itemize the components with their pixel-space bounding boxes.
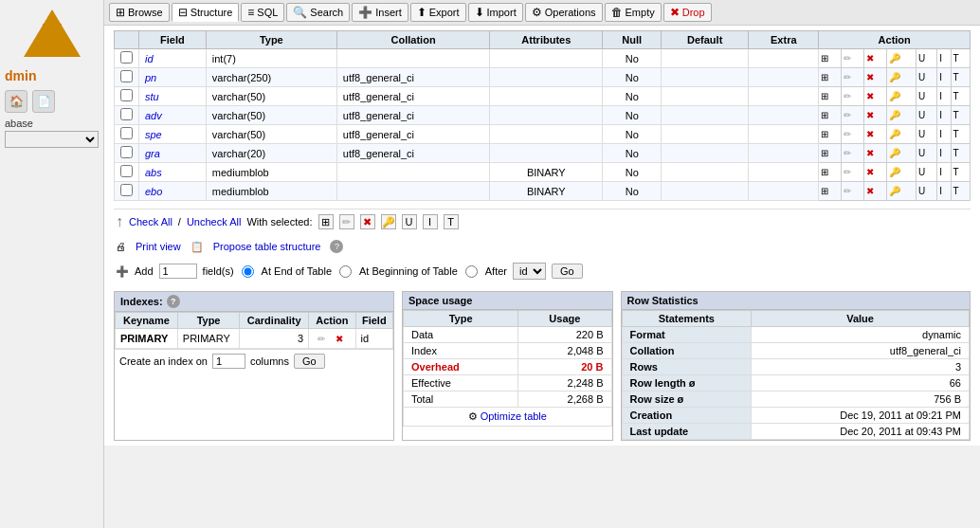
field-action-index-5[interactable]: I (937, 144, 951, 163)
field-action-edit-2[interactable]: ✏ (842, 87, 864, 106)
idx-delete-icon[interactable]: ✖ (332, 331, 347, 346)
idx-edit-icon[interactable]: ✏ (314, 331, 329, 346)
row-checkbox-5[interactable] (120, 146, 133, 158)
after-radio[interactable] (465, 265, 478, 278)
field-action-browse-6[interactable]: ⊞ (819, 163, 842, 182)
field-action-more-4[interactable]: T (951, 125, 970, 144)
row-checkbox-4[interactable] (120, 127, 133, 139)
index-selected-icon[interactable]: I (423, 214, 438, 229)
field-action-index-3[interactable]: I (937, 106, 951, 125)
field-action-primary-2[interactable]: 🔑 (886, 87, 916, 106)
field-action-browse-1[interactable]: ⊞ (819, 68, 842, 87)
field-action-edit-1[interactable]: ✏ (842, 68, 864, 87)
field-action-unique-2[interactable]: U (916, 87, 936, 106)
add-count-input[interactable] (159, 264, 197, 279)
row-checkbox-7[interactable] (120, 184, 133, 196)
field-action-primary-7[interactable]: 🔑 (886, 182, 916, 201)
db-select[interactable] (5, 131, 99, 148)
field-action-browse-4[interactable]: ⊞ (819, 125, 842, 144)
sql-button[interactable]: ≡ SQL (241, 3, 284, 22)
field-action-delete-2[interactable]: ✖ (864, 87, 887, 106)
field-action-delete-7[interactable]: ✖ (864, 182, 887, 201)
field-action-more-3[interactable]: T (951, 106, 970, 125)
home-icon[interactable]: 🏠 (5, 90, 27, 113)
browse-button[interactable]: ⊞ Browse (109, 3, 170, 22)
more-selected-icon[interactable]: T (444, 214, 459, 229)
browse-selected-icon[interactable]: ⊞ (318, 214, 334, 229)
uncheck-all-link[interactable]: Uncheck All (187, 216, 241, 228)
field-action-edit-0[interactable]: ✏ (842, 49, 864, 68)
field-action-primary-0[interactable]: 🔑 (886, 49, 916, 68)
field-action-more-1[interactable]: T (951, 68, 970, 87)
field-action-unique-6[interactable]: U (916, 163, 936, 182)
structure-button[interactable]: ⊟ Structure (172, 3, 240, 22)
unique-selected-icon[interactable]: U (402, 214, 417, 229)
field-action-edit-4[interactable]: ✏ (842, 125, 864, 144)
operations-button[interactable]: ⚙ Operations (525, 3, 603, 22)
docs-icon[interactable]: 📄 (32, 90, 55, 113)
empty-button[interactable]: 🗑 Empty (605, 3, 662, 22)
field-action-delete-4[interactable]: ✖ (864, 125, 887, 144)
field-action-delete-6[interactable]: ✖ (864, 163, 887, 182)
primary-selected-icon[interactable]: 🔑 (381, 214, 396, 229)
field-action-index-2[interactable]: I (937, 87, 951, 106)
edit-selected-icon[interactable]: ✏ (339, 214, 354, 229)
drop-button[interactable]: ✖ Drop (663, 3, 712, 22)
field-action-browse-7[interactable]: ⊞ (819, 182, 842, 201)
field-action-index-6[interactable]: I (937, 163, 951, 182)
field-action-delete-1[interactable]: ✖ (864, 68, 887, 87)
create-index-go-button[interactable]: Go (294, 354, 325, 369)
field-action-unique-0[interactable]: U (916, 49, 936, 68)
field-action-browse-0[interactable]: ⊞ (819, 49, 842, 68)
insert-button[interactable]: ➕ Insert (352, 3, 408, 22)
delete-selected-icon[interactable]: ✖ (360, 214, 375, 229)
field-action-browse-2[interactable]: ⊞ (819, 87, 842, 106)
row-checkbox-1[interactable] (120, 70, 133, 82)
row-checkbox-6[interactable] (120, 165, 133, 177)
search-button[interactable]: 🔍 Search (286, 3, 350, 22)
field-action-index-7[interactable]: I (937, 182, 951, 201)
row-checkbox-2[interactable] (120, 89, 133, 101)
field-action-primary-1[interactable]: 🔑 (886, 68, 916, 87)
add-go-button[interactable]: Go (552, 264, 583, 279)
check-all-link[interactable]: Check All (129, 216, 172, 228)
field-action-delete-5[interactable]: ✖ (864, 144, 887, 163)
field-action-unique-5[interactable]: U (916, 144, 936, 163)
import-button[interactable]: ⬇ Import (468, 3, 523, 22)
field-action-browse-3[interactable]: ⊞ (819, 106, 842, 125)
propose-help-icon[interactable]: ? (330, 240, 343, 253)
index-columns-input[interactable] (212, 354, 245, 369)
field-action-edit-3[interactable]: ✏ (842, 106, 864, 125)
field-action-more-6[interactable]: T (951, 163, 970, 182)
field-action-more-7[interactable]: T (951, 182, 970, 201)
field-action-primary-3[interactable]: 🔑 (886, 106, 916, 125)
row-checkbox-0[interactable] (120, 51, 133, 64)
propose-link[interactable]: Propose table structure (213, 241, 321, 252)
field-action-edit-6[interactable]: ✏ (842, 163, 864, 182)
field-action-more-5[interactable]: T (951, 144, 970, 163)
field-action-edit-7[interactable]: ✏ (842, 182, 864, 201)
field-action-primary-5[interactable]: 🔑 (886, 144, 916, 163)
field-action-unique-7[interactable]: U (916, 182, 936, 201)
field-action-delete-0[interactable]: ✖ (864, 49, 887, 68)
field-action-edit-5[interactable]: ✏ (842, 144, 864, 163)
field-action-primary-4[interactable]: 🔑 (886, 125, 916, 144)
field-action-unique-3[interactable]: U (916, 106, 936, 125)
print-view-link[interactable]: Print view (136, 241, 181, 252)
field-action-delete-3[interactable]: ✖ (864, 106, 887, 125)
after-field-select[interactable]: id (513, 263, 546, 280)
field-action-more-0[interactable]: T (951, 49, 970, 68)
field-action-browse-5[interactable]: ⊞ (819, 144, 842, 163)
optimize-link[interactable]: Optimize table (481, 410, 547, 422)
at-beginning-radio[interactable] (339, 265, 352, 278)
export-button[interactable]: ⬆ Export (410, 3, 466, 22)
field-action-index-1[interactable]: I (937, 68, 951, 87)
indexes-help-icon[interactable]: ? (167, 295, 180, 308)
field-action-more-2[interactable]: T (951, 87, 970, 106)
field-action-unique-4[interactable]: U (916, 125, 936, 144)
at-end-radio[interactable] (242, 265, 254, 278)
field-action-unique-1[interactable]: U (916, 68, 936, 87)
field-action-index-0[interactable]: I (937, 49, 951, 68)
field-action-index-4[interactable]: I (937, 125, 951, 144)
row-checkbox-3[interactable] (120, 108, 133, 120)
